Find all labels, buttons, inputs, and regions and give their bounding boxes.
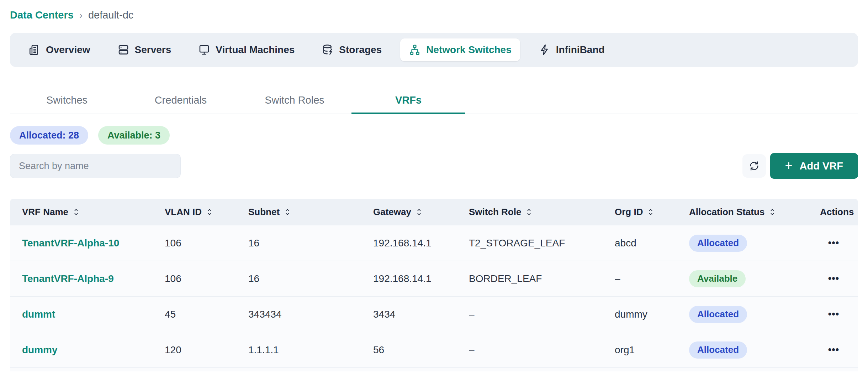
subnet-cell: 343434 bbox=[248, 309, 373, 320]
status-badge: Allocated bbox=[689, 341, 747, 359]
tab-network-switches-label: Network Switches bbox=[426, 44, 512, 56]
tab-network-switches[interactable]: Network Switches bbox=[400, 38, 520, 61]
table-row: dummt 45 343434 3434 – dummy Allocated •… bbox=[10, 297, 858, 332]
gateway-cell: 3434 bbox=[373, 309, 469, 320]
org-id-cell: – bbox=[615, 273, 689, 285]
vlan-id-cell: 106 bbox=[165, 273, 248, 285]
row-actions-button[interactable]: ••• bbox=[825, 305, 843, 323]
tab-servers[interactable]: Servers bbox=[109, 38, 180, 61]
summary-badges: Allocated: 28 Available: 3 bbox=[10, 126, 858, 145]
vlan-id-cell: 106 bbox=[165, 238, 248, 249]
breadcrumb-data-centers-link[interactable]: Data Centers bbox=[10, 9, 74, 21]
allocated-count-badge: Allocated: 28 bbox=[10, 126, 88, 145]
status-badge: Allocated bbox=[689, 235, 747, 252]
subnet-cell: 1.1.1.1 bbox=[248, 344, 373, 356]
tab-overview[interactable]: Overview bbox=[20, 38, 99, 61]
row-actions-button[interactable]: ••• bbox=[825, 270, 843, 288]
actions-cell: ••• bbox=[820, 270, 847, 288]
column-header-org-id[interactable]: Org ID bbox=[615, 207, 689, 218]
status-cell: Allocated bbox=[689, 235, 820, 252]
column-header-allocation-status[interactable]: Allocation Status bbox=[689, 207, 820, 218]
vrf-name-link[interactable]: dummt bbox=[22, 309, 165, 320]
column-header-switch-role-label: Switch Role bbox=[469, 207, 521, 218]
subtab-vrfs[interactable]: VRFs bbox=[351, 87, 465, 114]
column-header-actions: Actions bbox=[820, 207, 854, 218]
vrf-name-link[interactable]: TenantVRF-Alpha-10 bbox=[22, 238, 165, 249]
column-header-subnet[interactable]: Subnet bbox=[248, 207, 373, 218]
table-row: dummy 120 1.1.1.1 56 – org1 Allocated ••… bbox=[10, 332, 858, 368]
row-actions-button[interactable]: ••• bbox=[825, 341, 843, 359]
column-header-vrf-name[interactable]: VRF Name bbox=[22, 207, 165, 218]
sort-icon bbox=[648, 208, 653, 216]
gateway-cell: 192.168.14.1 bbox=[373, 273, 469, 285]
status-cell: Available bbox=[689, 270, 820, 287]
actions-cell: ••• bbox=[820, 305, 847, 323]
subtab-credentials[interactable]: Credentials bbox=[124, 87, 238, 114]
tab-virtual-machines[interactable]: Virtual Machines bbox=[190, 38, 303, 61]
tab-virtual-machines-label: Virtual Machines bbox=[216, 44, 295, 56]
storages-icon bbox=[322, 44, 334, 56]
column-header-vlan-id[interactable]: VLAN ID bbox=[165, 207, 248, 218]
refresh-button[interactable] bbox=[742, 154, 766, 178]
column-header-vrf-name-label: VRF Name bbox=[22, 207, 68, 218]
sub-tab-bar: Switches Credentials Switch Roles VRFs bbox=[10, 87, 858, 114]
breadcrumb-separator: › bbox=[79, 10, 83, 21]
overview-icon bbox=[28, 44, 41, 56]
column-header-vlan-id-label: VLAN ID bbox=[165, 207, 202, 218]
org-id-cell: dummy bbox=[615, 309, 689, 320]
vrf-name-link[interactable]: dummy bbox=[22, 344, 165, 356]
row-actions-button[interactable]: ••• bbox=[825, 234, 843, 252]
org-id-cell: org1 bbox=[615, 344, 689, 356]
column-header-switch-role[interactable]: Switch Role bbox=[469, 207, 615, 218]
subnet-cell: 16 bbox=[248, 238, 373, 249]
add-vrf-button-label: Add VRF bbox=[800, 160, 843, 172]
tab-storages[interactable]: Storages bbox=[313, 38, 390, 61]
partial-next-row bbox=[10, 368, 858, 371]
infiniband-icon bbox=[539, 44, 551, 56]
sort-icon bbox=[207, 208, 212, 216]
virtual-machines-icon bbox=[198, 44, 210, 56]
switch-role-cell: BORDER_LEAF bbox=[469, 273, 615, 285]
network-switches-icon bbox=[409, 44, 421, 56]
table-row: TenantVRF-Alpha-9 106 16 192.168.14.1 BO… bbox=[10, 261, 858, 297]
column-header-actions-label: Actions bbox=[820, 207, 854, 218]
search-input[interactable] bbox=[10, 154, 181, 178]
column-header-subnet-label: Subnet bbox=[248, 207, 280, 218]
switch-role-cell: – bbox=[469, 309, 615, 320]
add-vrf-button[interactable]: + Add VRF bbox=[770, 153, 858, 179]
vlan-id-cell: 120 bbox=[165, 344, 248, 356]
column-header-allocation-status-label: Allocation Status bbox=[689, 207, 764, 218]
servers-icon bbox=[117, 44, 129, 56]
subtab-switch-roles[interactable]: Switch Roles bbox=[238, 87, 351, 114]
gateway-cell: 56 bbox=[373, 344, 469, 356]
org-id-cell: abcd bbox=[615, 238, 689, 249]
status-cell: Allocated bbox=[689, 306, 820, 323]
switch-role-cell: – bbox=[469, 344, 615, 356]
switch-role-cell: T2_STORAGE_LEAF bbox=[469, 238, 615, 249]
tab-servers-label: Servers bbox=[135, 44, 171, 56]
column-header-org-id-label: Org ID bbox=[615, 207, 643, 218]
vrf-table: VRF Name VLAN ID Subnet Gateway Switch R… bbox=[10, 199, 858, 371]
actions-cell: ••• bbox=[820, 341, 847, 359]
sort-icon bbox=[74, 208, 79, 216]
breadcrumb: Data Centers › default-dc bbox=[10, 0, 858, 12]
subtab-switches[interactable]: Switches bbox=[10, 87, 124, 114]
breadcrumb-current-dc: default-dc bbox=[88, 9, 133, 21]
tab-overview-label: Overview bbox=[46, 44, 90, 56]
tab-storages-label: Storages bbox=[339, 44, 382, 56]
status-badge: Allocated bbox=[689, 306, 747, 323]
refresh-icon bbox=[748, 160, 760, 172]
gateway-cell: 192.168.14.1 bbox=[373, 238, 469, 249]
toolbar: + Add VRF bbox=[10, 153, 858, 179]
actions-cell: ••• bbox=[820, 234, 847, 252]
column-header-gateway[interactable]: Gateway bbox=[373, 207, 469, 218]
status-badge: Available bbox=[689, 270, 746, 287]
sort-icon bbox=[417, 208, 422, 216]
table-body: TenantVRF-Alpha-10 106 16 192.168.14.1 T… bbox=[10, 225, 858, 368]
vrf-name-link[interactable]: TenantVRF-Alpha-9 bbox=[22, 273, 165, 285]
vlan-id-cell: 45 bbox=[165, 309, 248, 320]
tab-infiniband[interactable]: InfiniBand bbox=[530, 38, 613, 61]
plus-icon: + bbox=[785, 159, 793, 172]
main-tab-bar: Overview Servers Virtual Machines bbox=[10, 33, 858, 67]
available-count-badge: Available: 3 bbox=[98, 126, 170, 145]
